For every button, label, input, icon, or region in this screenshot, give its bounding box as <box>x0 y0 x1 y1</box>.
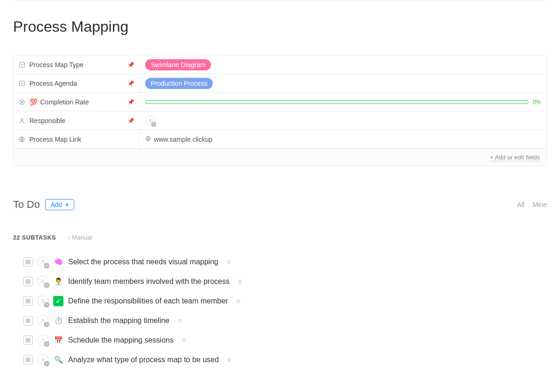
pin-icon[interactable]: 📌 <box>127 117 134 124</box>
dropdown-field-icon <box>18 80 26 87</box>
task-checkbox[interactable] <box>23 277 33 286</box>
badge-process-map-type: Swimlane Diagram <box>145 59 211 70</box>
subtasks-count: 22 SUBTASKS <box>13 234 56 241</box>
filter-mine[interactable]: Mine <box>533 201 547 208</box>
person-icon <box>18 117 26 124</box>
todo-title: To Do <box>13 199 40 211</box>
task-checkbox[interactable] <box>23 296 33 306</box>
task-title[interactable]: Select the process that needs visual map… <box>68 258 218 266</box>
drag-handle-icon[interactable]: ≡ <box>227 258 231 266</box>
field-label: Responsible <box>29 117 65 124</box>
svg-point-10 <box>42 299 44 301</box>
task-title[interactable]: Schedule the mapping sessions <box>68 336 174 344</box>
field-label-cell: 💯 Completion Rate 📌 <box>14 95 140 110</box>
pin-icon[interactable]: 📌 <box>127 62 134 68</box>
field-value[interactable]: Swimlane Diagram <box>140 56 546 73</box>
task-title[interactable]: Analyze what type of process map to be u… <box>68 356 219 364</box>
add-assignee-icon[interactable] <box>37 296 49 307</box>
field-label: Completion Rate <box>40 98 89 106</box>
task-row[interactable]: 📅Schedule the mapping sessions≡ <box>23 330 547 350</box>
task-title[interactable]: Identify team members involved with the … <box>68 277 230 286</box>
field-row-process-agenda[interactable]: Process Agenda 📌 Production Process <box>14 74 546 93</box>
drag-handle-icon[interactable]: ≡ <box>227 356 231 364</box>
drag-handle-icon[interactable]: ≡ <box>238 278 242 285</box>
globe-icon <box>145 136 151 143</box>
pin-icon[interactable]: 📌 <box>127 99 134 105</box>
add-assignee-icon[interactable] <box>37 315 49 326</box>
field-row-process-map-type[interactable]: Process Map Type 📌 Swimlane Diagram <box>14 55 546 74</box>
field-row-completion-rate[interactable]: 💯 Completion Rate 📌 0% <box>14 93 546 111</box>
drag-handle-icon[interactable]: ≡ <box>182 337 186 344</box>
custom-fields-table: Process Map Type 📌 Swimlane Diagram Proc… <box>13 55 547 166</box>
svg-point-12 <box>42 338 44 340</box>
field-row-responsible[interactable]: Responsible 📌 <box>14 111 546 130</box>
svg-rect-0 <box>20 62 25 67</box>
globe-icon <box>18 136 26 143</box>
field-label: Process Map Link <box>29 136 81 143</box>
field-row-process-map-link[interactable]: Process Map Link www.sample.clickup <box>14 130 546 149</box>
drag-handle-icon[interactable]: ≡ <box>236 297 240 305</box>
svg-point-5 <box>149 119 151 121</box>
task-checkbox[interactable] <box>23 257 33 267</box>
chevron-down-icon: ▼ <box>64 202 69 207</box>
page-title: Process Mapping <box>13 18 547 35</box>
field-value[interactable]: www.sample.clickup <box>140 133 546 146</box>
svg-point-9 <box>42 280 44 282</box>
field-label: Process Map Type <box>29 61 84 69</box>
progress-bar[interactable] <box>145 100 528 104</box>
task-checkbox[interactable] <box>23 336 33 345</box>
add-assignee-icon[interactable] <box>37 256 49 268</box>
field-label-cell: Responsible 📌 <box>14 113 140 128</box>
top-border <box>13 0 547 0</box>
field-label: Process Agenda <box>29 80 77 87</box>
task-checkbox[interactable] <box>23 355 33 364</box>
fields-footer: + Add or edit fields <box>14 149 546 165</box>
field-label-cell: Process Agenda 📌 <box>14 76 140 91</box>
task-row[interactable]: 🧠Select the process that needs visual ma… <box>23 252 547 272</box>
pin-icon[interactable]: 📌 <box>127 80 134 87</box>
link-text: www.sample.clickup <box>154 136 212 143</box>
field-value[interactable]: 0% <box>140 96 546 108</box>
add-assignee-icon[interactable] <box>37 335 49 346</box>
task-title[interactable]: Define the responsibilities of each team… <box>68 297 228 305</box>
dropdown-field-icon <box>18 61 26 69</box>
filter-all[interactable]: All <box>517 201 525 208</box>
task-row[interactable]: 🔍Analyze what type of process map to be … <box>23 350 547 370</box>
add-assignee-icon[interactable] <box>37 354 49 365</box>
field-label-cell: Process Map Link <box>14 132 140 147</box>
task-emoji: 🔍 <box>53 355 63 365</box>
task-list: 🧠Select the process that needs visual ma… <box>13 252 547 370</box>
svg-point-13 <box>42 358 44 360</box>
svg-point-8 <box>42 260 44 262</box>
arrow-up-icon: ↑ <box>67 234 70 241</box>
task-emoji: ⏱️ <box>53 316 63 326</box>
task-emoji: 🧠 <box>53 257 63 267</box>
task-emoji: 👨‍💼 <box>53 276 63 287</box>
sort-manual[interactable]: ↑ Manual <box>67 234 92 241</box>
progress-percent: 0% <box>533 99 541 105</box>
svg-point-11 <box>42 319 44 321</box>
task-checkbox[interactable] <box>23 316 33 325</box>
svg-rect-1 <box>20 81 25 86</box>
task-emoji: 📅 <box>53 335 63 345</box>
add-edit-fields-link[interactable]: + Add or edit fields <box>490 154 540 161</box>
add-assignee-icon[interactable] <box>145 116 155 126</box>
drag-handle-icon[interactable]: ≡ <box>178 317 182 324</box>
task-title[interactable]: Establish the mapping timeline <box>68 316 169 325</box>
svg-point-4 <box>21 118 23 121</box>
field-label-cell: Process Map Type 📌 <box>14 57 140 72</box>
field-value[interactable] <box>140 113 546 129</box>
add-assignee-icon[interactable] <box>37 276 49 287</box>
sort-label: Manual <box>72 234 92 241</box>
check-icon: ✓ <box>53 296 63 306</box>
svg-point-3 <box>21 101 23 103</box>
hundred-emoji: 💯 <box>29 98 37 106</box>
task-row[interactable]: ⏱️Establish the mapping timeline≡ <box>23 311 547 330</box>
add-button[interactable]: Add ▼ <box>45 199 74 210</box>
add-button-label: Add <box>50 201 62 208</box>
field-value[interactable]: Production Process <box>140 75 546 92</box>
badge-process-agenda: Production Process <box>145 78 213 89</box>
task-row[interactable]: 👨‍💼Identify team members involved with t… <box>23 272 547 291</box>
task-row[interactable]: ✓Define the responsibilities of each tea… <box>23 291 547 311</box>
progress-icon <box>18 98 26 106</box>
